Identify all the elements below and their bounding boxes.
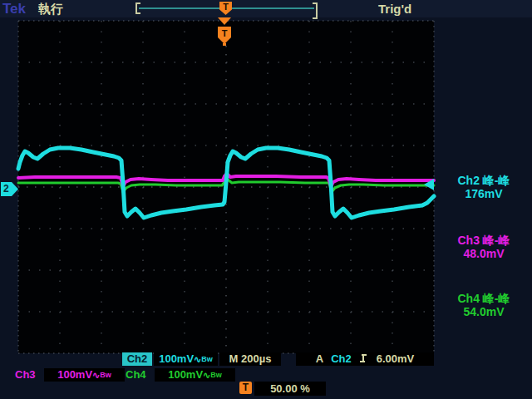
ch4-coupling-icon: ∿ bbox=[203, 370, 210, 380]
horizontal-position-readout: 50.00 % bbox=[254, 382, 326, 396]
measurement-ch2-pkpk: Ch2 峰-峰 176mV bbox=[437, 174, 530, 200]
record-view-trigger-icon: T bbox=[219, 2, 232, 15]
ch3-coupling-icon: ∿ bbox=[92, 370, 100, 380]
top-status-bar: Tek 執行 T Trig'd bbox=[0, 0, 532, 17]
rising-edge-icon bbox=[359, 352, 369, 364]
ch4-scale-readout: 100mV∿Bw bbox=[155, 368, 235, 382]
measurement-ch4-title: Ch4 峰-峰 bbox=[437, 292, 530, 305]
measurement-ch4-pkpk: Ch4 峰-峰 54.0mV bbox=[437, 292, 530, 318]
ch3-scale-readout: 100mV∿Bw bbox=[44, 368, 125, 382]
horizontal-trigger-icon: T bbox=[239, 382, 252, 394]
acquisition-status: 執行 bbox=[38, 2, 63, 17]
trigger-source: Ch2 bbox=[331, 352, 352, 365]
waveform-screen: T bbox=[18, 21, 434, 353]
ch2-coupling-icon: ∿ bbox=[194, 354, 201, 364]
ch4-readout-label: Ch4 bbox=[126, 368, 154, 382]
timebase-readout: M 200µs bbox=[219, 352, 281, 366]
oscilloscope-display: Tek 執行 T Trig'd bbox=[0, 0, 532, 399]
measurement-ch2-value: 176mV bbox=[437, 187, 530, 200]
measurement-ch3-pkpk: Ch3 峰-峰 48.0mV bbox=[437, 234, 530, 260]
ch2-bandwidth-icon: Bw bbox=[201, 355, 213, 363]
measurement-ch2-title: Ch2 峰-峰 bbox=[437, 174, 530, 187]
record-view-right-bracket-icon bbox=[313, 2, 318, 19]
measurement-ch3-value: 48.0mV bbox=[437, 247, 530, 260]
tek-logo: Tek bbox=[2, 1, 26, 17]
measurement-ch4-value: 54.0mV bbox=[437, 305, 530, 318]
ch3-bandwidth-icon: Bw bbox=[100, 371, 111, 379]
graticule-svg: T bbox=[18, 21, 434, 353]
trigger-level: 6.00mV bbox=[377, 352, 415, 365]
trigger-flag-label: T bbox=[222, 28, 228, 38]
trigger-mode: A bbox=[316, 352, 323, 365]
ch3-readout-label: Ch3 bbox=[15, 368, 43, 382]
ch2-readout-label: Ch2 bbox=[122, 352, 152, 366]
ch2-position-marker: 2 bbox=[1, 182, 18, 196]
trigger-status: Trig'd bbox=[378, 2, 411, 16]
ch4-bandwidth-icon: Bw bbox=[210, 371, 222, 379]
trigger-readout: ACh26.00mV bbox=[296, 352, 434, 366]
record-view-bar: T bbox=[135, 2, 318, 14]
trigger-position-marker: T bbox=[218, 17, 231, 46]
ch2-scale-readout: 100mV∿Bw bbox=[154, 352, 218, 366]
measurement-ch3-title: Ch3 峰-峰 bbox=[437, 234, 530, 247]
